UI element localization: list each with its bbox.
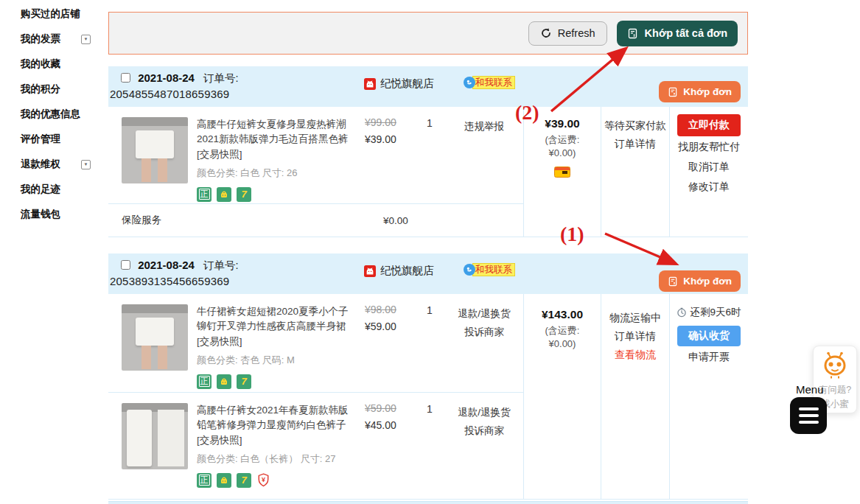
dropdown-icon[interactable] — [81, 160, 91, 169]
match-order-button[interactable]: Khớp đơn — [659, 270, 741, 292]
menu-label: Menu — [796, 383, 824, 396]
order-checkbox[interactable] — [121, 73, 130, 83]
refund-return-link[interactable]: 退款/退换货 — [446, 403, 522, 421]
wangwang-icon — [464, 264, 475, 276]
original-price: ¥98.00 — [365, 304, 413, 315]
ask-friend-pay-link[interactable]: 找朋友帮忙付 — [670, 137, 748, 156]
insurance-label: 保险服务 — [108, 214, 161, 227]
order-detail-link[interactable]: 订单详情 — [601, 135, 669, 153]
seven-day-badge-icon: 7 — [237, 374, 251, 389]
quantity: 1 — [413, 117, 446, 129]
contact-me-tag: 和我联系 — [472, 76, 515, 89]
order-date: 2021-08-24 — [138, 71, 195, 84]
next-order-header-partial — [108, 501, 748, 504]
product-title[interactable]: 牛仔裙裤女超短裙2020夏季小个子铆钉开叉弹力性感夜店高腰半身裙[交易快照] — [197, 304, 352, 349]
quantity: 1 — [413, 403, 446, 415]
insurance-value: ¥0.00 — [383, 215, 408, 226]
request-invoice-link[interactable]: 申请开票 — [670, 347, 748, 366]
sidebar-item-review-management[interactable]: 评价管理 — [0, 127, 108, 152]
pay-now-button[interactable]: 立即付款 — [677, 114, 741, 136]
hamburger-menu-button[interactable] — [790, 397, 827, 434]
money-back-shield-icon: ¥ — [256, 473, 270, 488]
invoice-icon — [668, 87, 678, 97]
complain-seller-link[interactable]: 投诉商家 — [446, 421, 522, 440]
order-list: 2021-08-24 订单号: 2054855487018659369 纪悦旗舰… — [108, 66, 748, 500]
sidebar-item-data-wallet[interactable]: 流量钱包 — [0, 202, 108, 227]
tmall-icon — [364, 78, 376, 90]
product-variant: 颜色分类: 白色 尺寸: 26 — [197, 167, 352, 181]
view-logistics-link[interactable]: 查看物流 — [601, 346, 669, 364]
shipping-fee: (含运费: ¥0.00) — [531, 324, 593, 351]
sidebar-item-my-points[interactable]: 我的积分 — [0, 77, 108, 102]
insurance-row: 保险服务 ¥0.00 — [108, 204, 523, 237]
order-no-label: 订单号: — [203, 259, 239, 271]
sidebar-item-my-coupons[interactable]: 我的优惠信息 — [0, 102, 108, 127]
product-image[interactable] — [122, 403, 188, 469]
product-variant: 颜色分类: 杏色 尺码: M — [197, 354, 352, 368]
wangwang-icon — [464, 77, 475, 88]
order-status: 物流运输中 — [609, 312, 661, 323]
sidebar-item-my-footprints[interactable]: 我的足迹 — [0, 177, 108, 202]
order-total: ¥143.00 — [524, 308, 601, 321]
complain-seller-link[interactable]: 投诉商家 — [446, 323, 522, 341]
seven-day-badge-icon: 7 — [237, 473, 251, 488]
store-link[interactable]: 纪悦旗舰店 — [364, 264, 434, 278]
sidebar-item-purchased-shops[interactable]: 购买过的店铺 — [0, 1, 108, 27]
contact-me-tag: 和我联系 — [472, 263, 515, 276]
consumer-protection-badge-icon — [217, 374, 231, 389]
refresh-icon — [540, 27, 552, 39]
match-all-orders-button[interactable]: Khớp tất cả đơn — [617, 21, 738, 46]
current-price: ¥45.00 — [365, 420, 413, 431]
payment-card-icon — [554, 167, 570, 178]
store-link[interactable]: 纪悦旗舰店 — [364, 77, 434, 91]
invoice-icon — [627, 28, 638, 39]
order-card: 2021-08-24 订单号: 2054855487018659369 纪悦旗舰… — [108, 66, 748, 237]
confirm-receipt-button[interactable]: 确认收货 — [677, 326, 741, 346]
svg-text:¥: ¥ — [262, 476, 265, 483]
product-row: 高腰牛仔裤女2021年春夏新款韩版铅笔裤修身弹力显瘦简约白色裤子[交易快照] 颜… — [108, 393, 523, 499]
product-variant: 颜色分类: 白色（长裤） 尺寸: 27 — [197, 452, 352, 466]
order-header: 2021-08-24 订单号: 2053893135456659369 纪悦旗舰… — [108, 253, 748, 294]
refresh-button[interactable]: Refresh — [528, 21, 607, 46]
authentic-badge-icon: 正 — [197, 187, 211, 202]
product-title[interactable]: 高腰牛仔裤女2021年春夏新款韩版铅笔裤修身弹力显瘦简约白色裤子[交易快照] — [197, 403, 352, 448]
report-violation-link[interactable]: 违规举报 — [446, 117, 522, 136]
order-detail-link[interactable]: 订单详情 — [601, 327, 669, 346]
sidebar-item-my-invoices[interactable]: 我的发票 — [0, 27, 108, 52]
extension-toolbar: Refresh Khớp tất cả đơn — [108, 12, 748, 55]
order-body: 牛仔裙裤女超短裙2020夏季小个子铆钉开叉弹力性感夜店高腰半身裙[交易快照] 颜… — [108, 294, 748, 500]
hamburger-icon — [799, 407, 819, 410]
contact-seller[interactable]: 和我联系 — [464, 76, 515, 89]
product-image[interactable] — [122, 304, 188, 371]
product-image[interactable] — [122, 117, 188, 183]
cancel-order-link[interactable]: 取消订单 — [670, 157, 748, 176]
product-row: 高腰牛仔短裤女夏修身显瘦热裤潮2021新款韩版弹力毛边百搭黑色裤[交易快照] 颜… — [108, 107, 523, 204]
order-total: ¥39.00 — [524, 117, 601, 130]
product-row: 牛仔裙裤女超短裙2020夏季小个子铆钉开叉弹力性感夜店高腰半身裙[交易快照] 颜… — [108, 294, 523, 393]
product-title[interactable]: 高腰牛仔短裤女夏修身显瘦热裤潮2021新款韩版弹力毛边百搭黑色裤[交易快照] — [197, 117, 352, 162]
store-name: 纪悦旗舰店 — [380, 264, 434, 278]
current-price: ¥59.00 — [365, 321, 413, 332]
order-checkbox[interactable] — [121, 260, 130, 270]
xiaomi-mascot-icon — [822, 351, 848, 379]
match-order-button[interactable]: Khớp đơn — [659, 81, 741, 102]
sidebar-item-my-favorites[interactable]: 我的收藏 — [0, 52, 108, 77]
refund-return-link[interactable]: 退款/退换货 — [446, 304, 522, 323]
current-price: ¥39.00 — [365, 134, 413, 145]
contact-seller[interactable]: 和我联系 — [464, 263, 515, 276]
authentic-badge-icon: 正 — [197, 473, 211, 488]
tmall-icon — [364, 265, 376, 277]
order-date: 2021-08-24 — [138, 259, 195, 271]
dropdown-icon[interactable] — [81, 35, 91, 44]
sidebar: 购买过的店铺 我的发票 我的收藏 我的积分 我的优惠信息 评价管理 退款维权 我… — [0, 0, 108, 227]
modify-order-link[interactable]: 修改订单 — [670, 177, 748, 196]
store-name: 纪悦旗舰店 — [380, 77, 434, 91]
authentic-badge-icon: 正 — [197, 374, 211, 389]
sidebar-item-refund-rights[interactable]: 退款维权 — [0, 152, 108, 177]
seven-day-badge-icon: 7 — [237, 187, 251, 202]
quantity: 1 — [413, 304, 446, 316]
clock-icon — [677, 307, 687, 318]
order-no-label: 订单号: — [203, 72, 239, 84]
consumer-protection-badge-icon — [217, 473, 231, 488]
invoice-icon — [668, 276, 678, 287]
